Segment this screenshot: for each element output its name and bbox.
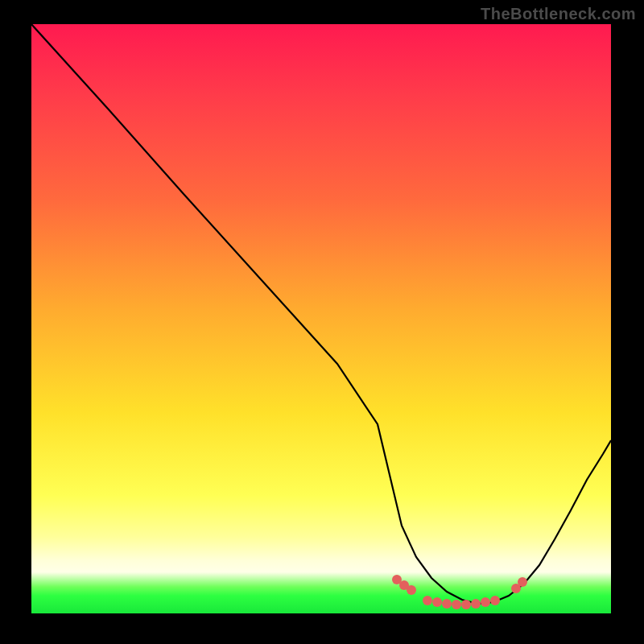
dot-icon bbox=[452, 600, 461, 609]
chart-frame: TheBottleneck.com bbox=[0, 0, 644, 644]
dot-icon bbox=[490, 596, 500, 605]
dot-icon bbox=[423, 596, 432, 605]
dot-icon bbox=[461, 600, 471, 609]
watermark-text: TheBottleneck.com bbox=[481, 5, 636, 23]
dot-icon bbox=[471, 599, 481, 609]
dot-icon bbox=[407, 585, 416, 595]
highlight-dots bbox=[392, 575, 527, 609]
dot-icon bbox=[481, 597, 490, 607]
curve-layer bbox=[31, 24, 611, 613]
dot-icon bbox=[432, 597, 442, 607]
dot-icon bbox=[442, 599, 452, 609]
plot-area bbox=[31, 24, 611, 613]
bottleneck-curve bbox=[31, 24, 611, 604]
dot-icon bbox=[518, 577, 527, 587]
